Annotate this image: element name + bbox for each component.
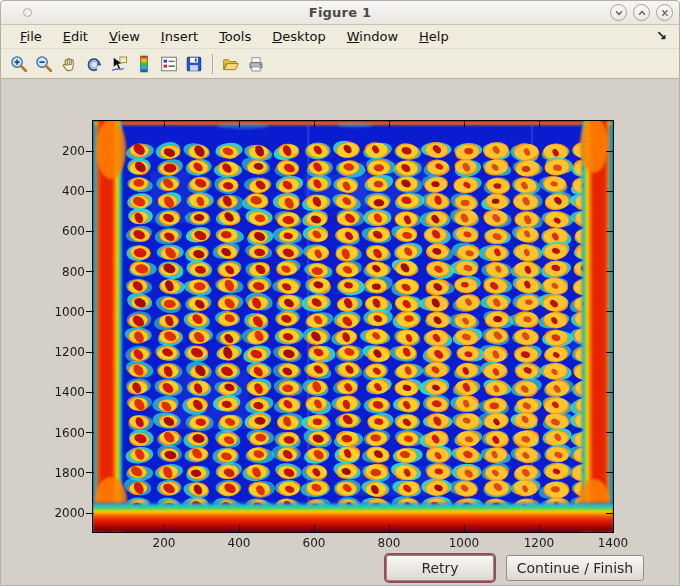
pan-button[interactable] bbox=[57, 52, 81, 76]
y-tick-label: 2000 bbox=[47, 506, 85, 520]
close-button[interactable] bbox=[656, 4, 673, 21]
menu-item-insert[interactable]: Insert bbox=[154, 27, 205, 46]
menu-item-help[interactable]: Help bbox=[412, 27, 456, 46]
open-file-icon bbox=[222, 55, 240, 73]
window-title: Figure 1 bbox=[1, 5, 679, 20]
menu-item-edit[interactable]: Edit bbox=[56, 27, 95, 46]
print-figure-icon bbox=[247, 55, 265, 73]
rotate-3d-button[interactable] bbox=[82, 52, 106, 76]
y-tick-label: 1000 bbox=[47, 305, 85, 319]
figure-canvas-area: Retry Continue / Finish 2004006008001000… bbox=[1, 79, 680, 586]
insert-colorbar-icon bbox=[135, 55, 153, 73]
zoom-in-icon bbox=[10, 55, 28, 73]
y-tick-label: 1600 bbox=[47, 426, 85, 440]
y-tick-label: 1400 bbox=[47, 385, 85, 399]
menu-item-view[interactable]: View bbox=[102, 27, 147, 46]
print-figure-button[interactable] bbox=[244, 52, 268, 76]
plot-axes bbox=[92, 120, 614, 533]
x-tick-label: 1200 bbox=[517, 536, 561, 550]
toolbar bbox=[1, 49, 679, 79]
zoom-in-button[interactable] bbox=[7, 52, 31, 76]
retry-button[interactable]: Retry bbox=[386, 555, 494, 581]
zoom-out-button[interactable] bbox=[32, 52, 56, 76]
insert-colorbar-button[interactable] bbox=[132, 52, 156, 76]
data-cursor-button[interactable] bbox=[107, 52, 131, 76]
continue-finish-button[interactable]: Continue / Finish bbox=[506, 555, 644, 581]
open-file-button[interactable] bbox=[219, 52, 243, 76]
save-figure-icon bbox=[185, 55, 203, 73]
window-controls bbox=[610, 4, 673, 21]
insert-legend-button[interactable] bbox=[157, 52, 181, 76]
x-tick-label: 200 bbox=[142, 536, 186, 550]
maximize-button[interactable] bbox=[633, 4, 650, 21]
dock-figure-icon[interactable]: ↘ bbox=[656, 28, 667, 43]
x-tick-label: 600 bbox=[292, 536, 336, 550]
menubar: FileEditViewInsertToolsDesktopWindowHelp… bbox=[1, 25, 679, 49]
figure-window: Figure 1 FileEditViewInsertToolsDesktopW… bbox=[0, 0, 680, 586]
shade-button[interactable] bbox=[610, 4, 627, 21]
zoom-out-icon bbox=[35, 55, 53, 73]
y-tick-label: 800 bbox=[47, 265, 85, 279]
chevron-up-icon bbox=[637, 8, 647, 18]
y-tick-label: 1800 bbox=[47, 466, 85, 480]
chevron-down-icon bbox=[614, 8, 624, 18]
x-tick-label: 800 bbox=[367, 536, 411, 550]
menu-item-file[interactable]: File bbox=[13, 27, 49, 46]
x-tick-label: 1000 bbox=[442, 536, 486, 550]
rotate-3d-icon bbox=[85, 55, 103, 73]
x-tick-label: 400 bbox=[217, 536, 261, 550]
x-tick-label: 1400 bbox=[591, 536, 635, 550]
titlebar[interactable]: Figure 1 bbox=[1, 1, 679, 25]
toolbar-separator bbox=[212, 54, 214, 74]
y-tick-label: 400 bbox=[47, 184, 85, 198]
menu-item-window[interactable]: Window bbox=[340, 27, 405, 46]
save-figure-button[interactable] bbox=[182, 52, 206, 76]
insert-legend-icon bbox=[160, 55, 178, 73]
menu-item-tools[interactable]: Tools bbox=[212, 27, 258, 46]
pan-icon bbox=[60, 55, 78, 73]
menu-item-desktop[interactable]: Desktop bbox=[265, 27, 333, 46]
y-tick-label: 1200 bbox=[47, 345, 85, 359]
close-icon bbox=[660, 8, 670, 18]
data-cursor-icon bbox=[110, 55, 128, 73]
plate-image[interactable] bbox=[93, 121, 613, 532]
y-tick-label: 200 bbox=[47, 144, 85, 158]
y-tick-label: 600 bbox=[47, 224, 85, 238]
